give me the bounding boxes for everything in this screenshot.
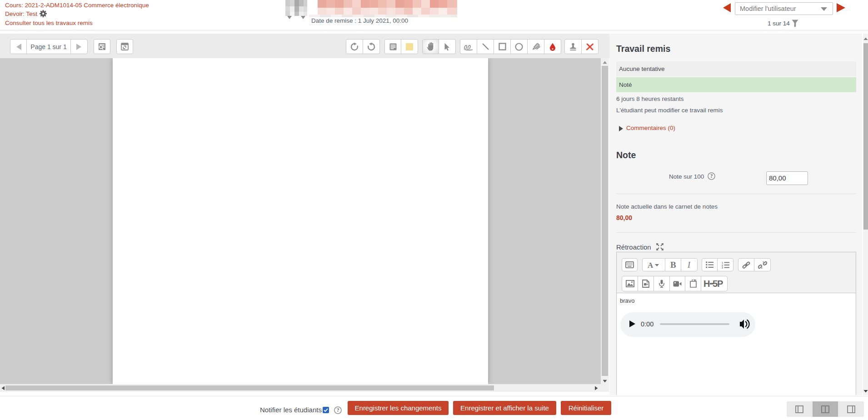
svg-text:I: I bbox=[687, 261, 691, 269]
svg-text:5P: 5P bbox=[713, 279, 723, 288]
svg-text:A: A bbox=[648, 261, 653, 269]
svg-text:0:00: 0:00 bbox=[641, 320, 653, 328]
svg-text:?: ? bbox=[337, 407, 339, 413]
svg-text:B: B bbox=[670, 261, 676, 269]
svg-text:?: ? bbox=[710, 173, 713, 179]
svg-text:H: H bbox=[704, 279, 710, 288]
svg-text:3: 3 bbox=[722, 266, 723, 269]
